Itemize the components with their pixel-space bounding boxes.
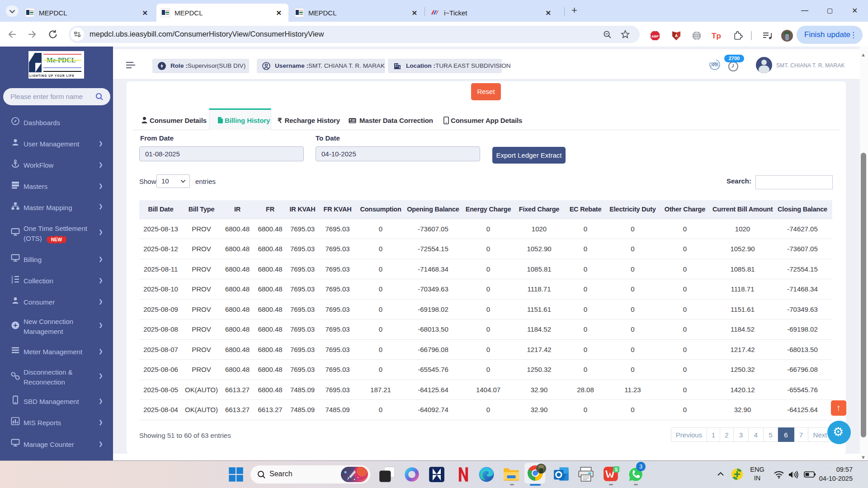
svg-text:LIGHTING UP YOUR LIFE: LIGHTING UP YOUR LIFE [29,74,75,77]
svg-text:3: 3 [11,281,13,284]
svg-text:S: S [615,467,618,472]
svg-text:ABP: ABP [651,34,659,38]
svg-text:Tp: Tp [712,32,721,40]
